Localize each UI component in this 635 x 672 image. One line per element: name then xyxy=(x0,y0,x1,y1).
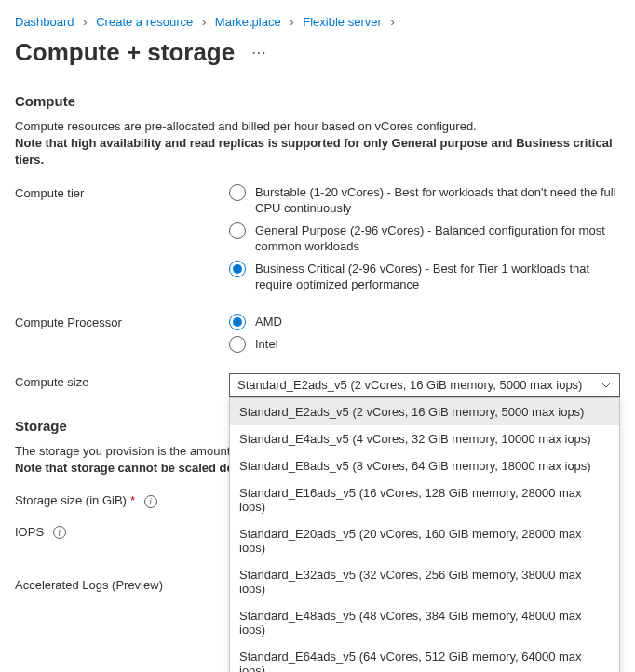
radio-icon xyxy=(229,222,246,239)
breadcrumb-flexible-server[interactable]: Flexible server xyxy=(303,15,382,29)
section-compute-heading: Compute xyxy=(15,93,620,109)
compute-desc-2: Note that high availability and read rep… xyxy=(15,135,620,168)
size-option[interactable]: Standard_E16ads_v5 (16 vCores, 128 GiB m… xyxy=(230,479,619,520)
info-icon[interactable]: i xyxy=(144,495,157,508)
radio-checked-icon xyxy=(229,314,246,330)
page-title: Compute + storage xyxy=(15,38,235,67)
size-option[interactable]: Standard_E48ads_v5 (48 vCores, 384 GiB m… xyxy=(230,602,619,643)
tier-general-purpose-radio[interactable]: General Purpose (2-96 vCores) - Balanced… xyxy=(229,222,620,255)
accelerated-logs-label: Accelerated Logs (Preview) xyxy=(15,576,229,592)
compute-size-select[interactable]: Standard_E2ads_v5 (2 vCores, 16 GiB memo… xyxy=(229,373,620,397)
compute-size-dropdown: Standard_E2ads_v5 (2 vCores, 16 GiB memo… xyxy=(229,397,620,672)
compute-size-label: Compute size xyxy=(15,373,229,389)
compute-desc-1: Compute resources are pre-allocated and … xyxy=(15,118,620,135)
chevron-right-icon: › xyxy=(290,15,293,29)
tier-business-critical-label: Business Critical (2-96 vCores) - Best f… xyxy=(255,261,620,293)
required-marker: * xyxy=(130,493,135,507)
more-actions-icon[interactable]: ⋯ xyxy=(251,44,268,61)
chevron-right-icon: › xyxy=(390,15,394,29)
chevron-right-icon: › xyxy=(83,15,87,29)
processor-amd-label: AMD xyxy=(255,314,282,330)
compute-size-selected-value: Standard_E2ads_v5 (2 vCores, 16 GiB memo… xyxy=(237,378,582,392)
compute-tier-label: Compute tier xyxy=(15,184,229,200)
chevron-down-icon xyxy=(601,380,612,391)
info-icon[interactable]: i xyxy=(53,526,66,539)
breadcrumb-dashboard[interactable]: Dashboard xyxy=(15,15,74,29)
radio-icon xyxy=(229,184,246,201)
tier-burstable-label: Burstable (1-20 vCores) - Best for workl… xyxy=(255,184,620,217)
radio-checked-icon xyxy=(229,261,246,277)
breadcrumb-create-resource[interactable]: Create a resource xyxy=(96,15,193,29)
breadcrumb: Dashboard › Create a resource › Marketpl… xyxy=(15,15,620,29)
tier-business-critical-radio[interactable]: Business Critical (2-96 vCores) - Best f… xyxy=(229,261,620,293)
size-option[interactable]: Standard_E32ads_v5 (32 vCores, 256 GiB m… xyxy=(230,561,619,602)
iops-label: IOPS i xyxy=(15,523,229,540)
size-option[interactable]: Standard_E64ads_v5 (64 vCores, 512 GiB m… xyxy=(230,643,619,672)
processor-intel-radio[interactable]: Intel xyxy=(229,336,620,353)
processor-amd-radio[interactable]: AMD xyxy=(229,314,620,330)
radio-icon xyxy=(229,336,246,353)
chevron-right-icon: › xyxy=(202,15,206,29)
storage-size-label: Storage size (in GiB)* i xyxy=(15,491,229,508)
tier-burstable-radio[interactable]: Burstable (1-20 vCores) - Best for workl… xyxy=(229,184,620,217)
tier-general-purpose-label: General Purpose (2-96 vCores) - Balanced… xyxy=(255,222,620,255)
processor-intel-label: Intel xyxy=(255,336,278,353)
breadcrumb-marketplace[interactable]: Marketplace xyxy=(215,15,281,29)
size-option[interactable]: Standard_E8ads_v5 (8 vCores, 64 GiB memo… xyxy=(230,452,619,479)
size-option[interactable]: Standard_E2ads_v5 (2 vCores, 16 GiB memo… xyxy=(230,398,619,425)
size-option[interactable]: Standard_E4ads_v5 (4 vCores, 32 GiB memo… xyxy=(230,425,619,452)
size-option[interactable]: Standard_E20ads_v5 (20 vCores, 160 GiB m… xyxy=(230,520,619,561)
compute-processor-label: Compute Processor xyxy=(15,314,229,329)
